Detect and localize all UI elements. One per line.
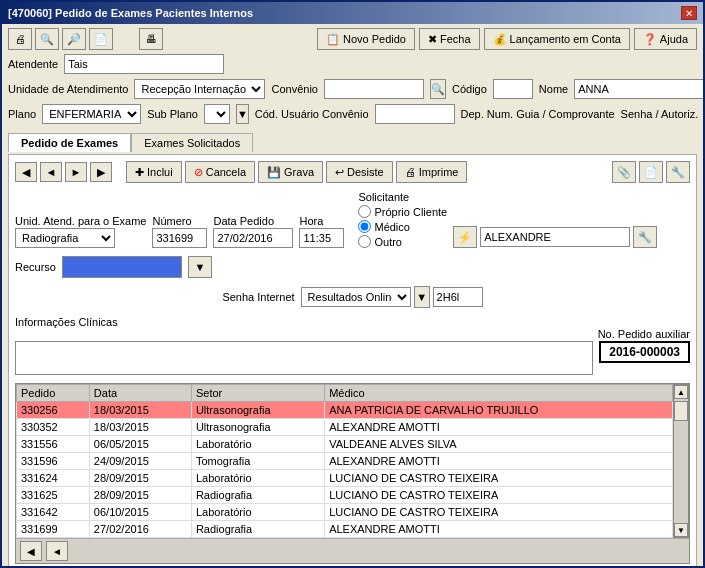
table-row[interactable]: 33025618/03/2015UltrasonografiaANA PATRI… [17,402,673,419]
tab-content: ◀ ◄ ► ▶ ✚ Inclui ⊘ Cancela 💾 Grava [8,154,697,566]
atendente-label: Atendente [8,58,58,70]
table-row[interactable]: 33162428/09/2015LaboratórioLUCIANO DE CA… [17,470,673,487]
orders-table: Pedido Data Setor Médico 33025618/03/201… [16,384,673,538]
prev-button[interactable]: ◄ [40,162,62,182]
recurso-label: Recurso [15,261,56,273]
senha-internet-input[interactable] [433,287,483,307]
table-row[interactable]: 33035218/03/2015UltrasonografiaALEXANDRE… [17,419,673,436]
info-clinica-label: Informações Clínicas [15,316,118,328]
zoom-icon-btn[interactable]: 🔎 [62,28,86,50]
plano-select[interactable]: ENFERMARIA [42,104,141,124]
resultados-dropdown-icon[interactable]: ▼ [414,286,430,308]
tab-exames-solicitados[interactable]: Exames Solicitados [131,133,253,152]
last-button[interactable]: ▶ [90,162,112,182]
doc-icon-btn[interactable]: 📄 [89,28,113,50]
cod-usuario-label: Cód. Usuário Convênio [255,108,369,120]
medico-lightning-icon[interactable]: ⚡ [453,226,477,248]
vertical-scrollbar[interactable]: ▲ ▼ [673,384,689,538]
info-clinica-textarea[interactable] [15,341,593,375]
unidade-select[interactable]: Recepção Internação [134,79,265,99]
novo-pedido-button[interactable]: 📋 Novo Pedido [317,28,415,50]
convenio-input[interactable] [324,79,424,99]
senha-row: Senha Internet Resultados Online? ▼ [15,286,690,308]
data-pedido-input[interactable] [213,228,293,248]
recurso-dropdown-icon[interactable]: ▼ [188,256,212,278]
cancela-icon: ⊘ [194,166,203,179]
col-data: Data [89,385,191,402]
tool1-icon[interactable]: 📎 [612,161,636,183]
resultados-online-select[interactable]: Resultados Online? [301,287,411,307]
main-window: [470060] Pedido de Exames Pacientes Inte… [0,0,705,568]
scrollbar-down-button[interactable]: ▼ [674,523,688,537]
medico-radio[interactable] [358,220,371,233]
novo-pedido-icon: 📋 [326,33,340,46]
plano-row: Plano ENFERMARIA Sub Plano ▼ Cód. Usuári… [8,104,697,124]
table-prev-button[interactable]: ◄ [46,541,68,561]
first-button[interactable]: ◀ [15,162,37,182]
sub-plano-label: Sub Plano [147,108,198,120]
dep-label: Dep. Num. Guia / Comprovante [461,108,615,120]
ajuda-icon: ❓ [643,33,657,46]
outro-radio[interactable] [358,235,371,248]
numero-group: Número [152,215,207,248]
imprime-button[interactable]: 🖨 Imprime [396,161,468,183]
print-icon-btn[interactable]: 🖨 [8,28,32,50]
sub-plano-icon[interactable]: ▼ [236,104,249,124]
window-title: [470060] Pedido de Exames Pacientes Inte… [8,7,253,19]
unidade-label: Unidade de Atendimento [8,83,128,95]
recurso-row: Recurso ▼ [15,256,690,278]
codigo-input[interactable] [493,79,533,99]
outro-row: Outro [358,235,447,248]
numero-input[interactable] [152,228,207,248]
print2-icon-btn[interactable]: 🖶 [139,28,163,50]
grava-button[interactable]: 💾 Grava [258,161,323,183]
senha-internet-label: Senha Internet [222,291,294,303]
table-row[interactable]: 33155606/05/2015LaboratórioVALDEANE ALVE… [17,436,673,453]
ajuda-button[interactable]: ❓ Ajuda [634,28,697,50]
nav-actions-toolbar: ◀ ◄ ► ▶ ✚ Inclui ⊘ Cancela 💾 Grava [15,161,690,183]
data-pedido-label: Data Pedido [213,215,293,227]
bottom-nav: ◀ ◄ [16,538,689,563]
table-row[interactable]: 33164206/10/2015LaboratórioLUCIANO DE CA… [17,504,673,521]
medico-name-input[interactable] [480,227,630,247]
unid-atend-group: Unid. Atend. para o Exame Radiografia [15,215,146,248]
solicitante-label: Solicitante [358,191,447,203]
unid-atend-select[interactable]: Radiografia [15,228,115,248]
form-fields: Unid. Atend. para o Exame Radiografia Nú… [15,191,690,248]
sub-plano-select[interactable] [204,104,230,124]
codigo-label: Código [452,83,487,95]
tab-pedido-exames[interactable]: Pedido de Exames [8,133,131,152]
inclui-button[interactable]: ✚ Inclui [126,161,182,183]
next-button[interactable]: ► [65,162,87,182]
hora-group: Hora [299,215,344,248]
col-medico: Médico [325,385,673,402]
table-row[interactable]: 33162528/09/2015RadiografiaLUCIANO DE CA… [17,487,673,504]
table-first-button[interactable]: ◀ [20,541,42,561]
proprio-cliente-radio[interactable] [358,205,371,218]
table-header-row: Pedido Data Setor Médico [17,385,673,402]
close-button[interactable]: ✕ [681,6,697,20]
fecha-icon: ✖ [428,33,437,46]
cancela-button[interactable]: ⊘ Cancela [185,161,255,183]
fecha-button[interactable]: ✖ Fecha [419,28,480,50]
cod-usuario-input[interactable] [375,104,455,124]
tool3-icon[interactable]: 🔧 [666,161,690,183]
search-icon-btn[interactable]: 🔍 [35,28,59,50]
info-clinica-section: Informações Clínicas No. Pedido auxiliar… [15,316,690,375]
table-row[interactable]: 33159624/09/2015TomografiaALEXANDRE AMOT… [17,453,673,470]
title-bar: [470060] Pedido de Exames Pacientes Inte… [2,2,703,24]
atendente-input[interactable] [64,54,224,74]
medico-search-icon[interactable]: 🔧 [633,226,657,248]
tool2-icon[interactable]: 📄 [639,161,663,183]
atendente-row: Atendente [8,54,697,74]
desiste-button[interactable]: ↩ Desiste [326,161,393,183]
scrollbar-thumb[interactable] [674,401,688,421]
hora-input[interactable] [299,228,344,248]
nome-input[interactable] [574,79,703,99]
table-row[interactable]: 33169927/02/2016RadiografiaALEXANDRE AMO… [17,521,673,538]
table-container: Pedido Data Setor Médico 33025618/03/201… [16,384,673,538]
lancamento-button[interactable]: 💰 Lançamento em Conta [484,28,630,50]
outro-label: Outro [374,236,402,248]
convenio-search-icon[interactable]: 🔍 [430,79,446,99]
scrollbar-up-button[interactable]: ▲ [674,385,688,399]
